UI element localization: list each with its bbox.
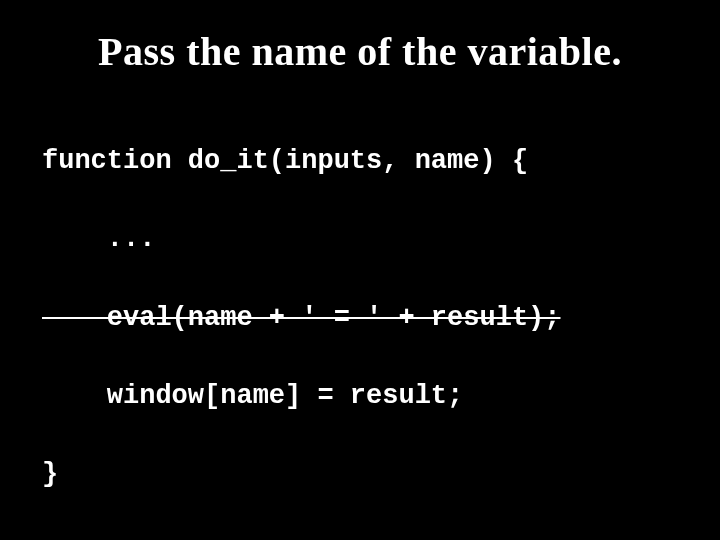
code-line-2: ... xyxy=(42,220,680,259)
code-block: function do_it(inputs, name) { ... eval(… xyxy=(42,103,680,534)
code-line-3-strikethrough: eval(name + ' = ' + result); xyxy=(42,299,680,338)
slide-title: Pass the name of the variable. xyxy=(40,28,680,75)
code-line-4: window[name] = result; xyxy=(42,377,680,416)
code-line-1: function do_it(inputs, name) { xyxy=(42,142,680,181)
code-line-5: } xyxy=(42,455,680,494)
